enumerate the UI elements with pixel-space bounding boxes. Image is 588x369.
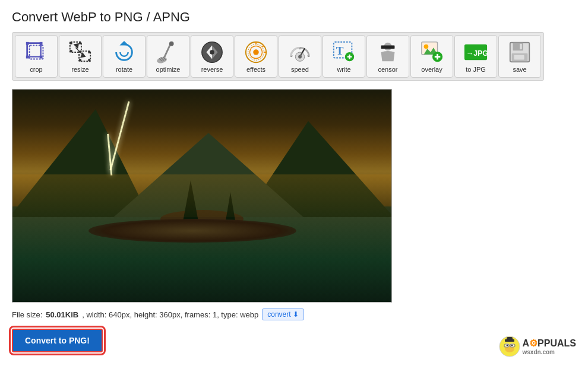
- svg-line-34: [263, 46, 264, 47]
- speed-icon: [287, 40, 312, 65]
- rotate-label: rotate: [116, 66, 132, 73]
- rotate-button[interactable]: rotate: [103, 35, 146, 78]
- file-info-prefix: File size:: [12, 310, 42, 319]
- optimize-button[interactable]: optimize: [147, 35, 189, 78]
- appuals-mascot-icon: [499, 336, 520, 357]
- svg-point-29: [210, 50, 214, 55]
- speed-label: speed: [291, 66, 309, 73]
- page-title: Convert WebP to PNG / APNG: [12, 9, 576, 25]
- svg-rect-10: [70, 42, 72, 44]
- reverse-button[interactable]: reverse: [191, 35, 233, 78]
- effects-label: effects: [246, 66, 265, 73]
- svg-rect-11: [79, 42, 81, 44]
- svg-rect-7: [40, 56, 43, 59]
- write-button[interactable]: T write: [323, 35, 365, 78]
- watermark-site: wsxdn.com: [523, 349, 576, 355]
- save-icon: [507, 40, 532, 65]
- brand-name: A⚙PPUALS: [523, 338, 576, 349]
- svg-point-67: [511, 345, 513, 346]
- optimize-label: optimize: [156, 66, 181, 73]
- optimize-icon: [156, 40, 181, 65]
- save-button[interactable]: save: [498, 35, 541, 78]
- tojpg-label: to JPG: [466, 66, 486, 73]
- crop-button[interactable]: crop: [15, 35, 58, 78]
- write-icon: T: [331, 40, 356, 65]
- svg-point-25: [169, 42, 174, 46]
- svg-rect-15: [88, 59, 90, 61]
- save-label: save: [513, 66, 526, 73]
- svg-rect-6: [26, 56, 29, 59]
- svg-rect-59: [520, 44, 522, 50]
- write-label: write: [337, 66, 350, 73]
- watermark-text: A⚙PPUALS wsxdn.com: [523, 338, 576, 355]
- svg-rect-12: [70, 50, 72, 52]
- svg-rect-5: [40, 42, 43, 45]
- image-preview: [12, 89, 392, 303]
- glow-overlay: [12, 174, 391, 217]
- tojpg-button[interactable]: →JPG to JPG: [454, 35, 497, 78]
- svg-line-20: [163, 44, 170, 59]
- svg-text:→JPG: →JPG: [466, 49, 488, 58]
- svg-rect-4: [26, 42, 29, 45]
- svg-point-66: [506, 345, 508, 346]
- toolbar: crop resize: [12, 32, 544, 81]
- svg-marker-19: [119, 41, 128, 46]
- resize-icon: [68, 40, 93, 65]
- crop-label: crop: [30, 66, 42, 73]
- file-info-bar: File size: 50.01KiB , width: 640px, heig…: [12, 308, 576, 320]
- reverse-label: reverse: [201, 66, 223, 73]
- reverse-icon: [200, 40, 225, 65]
- overlay-label: overlay: [421, 66, 442, 73]
- effects-icon: [244, 40, 268, 65]
- effects-button[interactable]: effects: [235, 35, 277, 78]
- page-wrapper: Convert WebP to PNG / APNG crop: [0, 0, 588, 369]
- censor-label: censor: [378, 66, 397, 73]
- foreground-rocks: [88, 219, 296, 243]
- download-icon: ⬇: [293, 310, 299, 319]
- file-dimensions: , width: 640px, height: 360px, frames: 1…: [82, 310, 258, 319]
- svg-rect-69: [507, 337, 513, 341]
- convert-to-png-button[interactable]: Convert to PNG!: [12, 329, 103, 352]
- convert-link-label: convert: [267, 310, 290, 319]
- svg-rect-14: [79, 59, 81, 61]
- resize-button[interactable]: resize: [59, 35, 102, 78]
- resize-label: resize: [71, 66, 88, 73]
- svg-rect-61: [514, 55, 524, 60]
- svg-text:T: T: [336, 44, 344, 57]
- rotate-icon: [112, 40, 137, 65]
- svg-point-51: [424, 44, 429, 49]
- file-size: 50.01KiB: [46, 310, 78, 319]
- overlay-icon: [419, 40, 444, 65]
- speed-button[interactable]: speed: [279, 35, 321, 78]
- tojpg-icon: →JPG: [463, 40, 488, 65]
- svg-rect-13: [88, 51, 90, 53]
- crop-icon: [24, 40, 49, 65]
- svg-rect-49: [381, 46, 395, 49]
- svg-point-32: [253, 49, 259, 55]
- censor-button[interactable]: censor: [366, 35, 409, 78]
- censor-icon: [375, 40, 400, 65]
- convert-link[interactable]: convert ⬇: [262, 308, 304, 320]
- watermark: A⚙PPUALS wsxdn.com: [499, 336, 576, 357]
- overlay-button[interactable]: overlay: [410, 35, 453, 78]
